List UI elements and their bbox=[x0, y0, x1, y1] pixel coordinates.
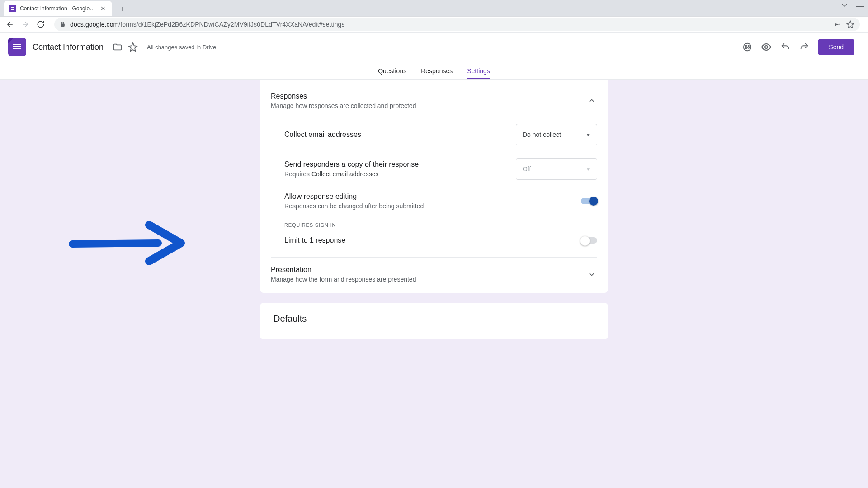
redo-button[interactable] bbox=[799, 42, 810, 52]
presentation-section-header[interactable]: Presentation Manage how the form and res… bbox=[271, 264, 597, 289]
tab-title-text: Contact Information - Google Forms bbox=[20, 5, 96, 12]
forms-app-logo-icon[interactable] bbox=[8, 38, 26, 56]
caret-down-icon: ▼ bbox=[586, 132, 590, 137]
collect-email-label: Collect email addresses bbox=[284, 131, 516, 139]
svg-point-2 bbox=[748, 45, 749, 46]
address-url: docs.google.com/forms/d/1EkjZePd2B6zKDPN… bbox=[70, 21, 829, 28]
svg-point-5 bbox=[765, 46, 768, 48]
window-minimize-button[interactable]: — bbox=[856, 5, 864, 7]
svg-point-4 bbox=[748, 47, 750, 48]
forms-favicon-icon bbox=[9, 5, 16, 12]
chrome-menu-icon[interactable] bbox=[841, 2, 848, 9]
svg-point-3 bbox=[745, 48, 746, 49]
save-status-text: All changes saved in Drive bbox=[147, 44, 216, 51]
new-tab-button[interactable]: ＋ bbox=[116, 2, 128, 15]
preview-button[interactable] bbox=[761, 42, 772, 52]
allow-editing-toggle[interactable] bbox=[581, 198, 597, 204]
send-copy-select: Off ▼ bbox=[516, 158, 597, 180]
defaults-section-title: Defaults bbox=[274, 314, 594, 324]
star-form-button[interactable] bbox=[125, 39, 141, 55]
caret-down-icon: ▼ bbox=[586, 167, 590, 172]
browser-tab[interactable]: Contact Information - Google Forms ✕ bbox=[4, 1, 112, 16]
send-copy-value: Off bbox=[523, 165, 586, 173]
collect-email-value: Do not collect bbox=[523, 131, 586, 138]
section-divider bbox=[271, 257, 597, 258]
requires-signin-header: REQUIRES SIGN IN bbox=[271, 216, 597, 230]
limit-one-response-toggle[interactable] bbox=[581, 237, 597, 244]
responses-section-title: Responses bbox=[271, 92, 586, 100]
allow-editing-desc: Responses can be changed after being sub… bbox=[284, 202, 581, 210]
nav-reload-button[interactable] bbox=[36, 20, 45, 29]
move-to-folder-button[interactable] bbox=[110, 39, 125, 55]
customize-theme-button[interactable] bbox=[742, 42, 753, 52]
nav-forward-button[interactable] bbox=[21, 20, 30, 29]
share-icon[interactable] bbox=[834, 20, 842, 28]
tab-settings[interactable]: Settings bbox=[467, 67, 490, 79]
responses-section-header[interactable]: Responses Manage how responses are colle… bbox=[271, 90, 597, 117]
presentation-section-subtitle: Manage how the form and responses are pr… bbox=[271, 276, 586, 283]
tab-close-icon[interactable]: ✕ bbox=[99, 4, 107, 13]
chevron-up-icon bbox=[586, 98, 597, 104]
responses-section-subtitle: Manage how responses are collected and p… bbox=[271, 102, 586, 109]
address-bar-input[interactable]: docs.google.com/forms/d/1EkjZePd2B6zKDPN… bbox=[54, 18, 860, 31]
send-copy-label: Send responders a copy of their response bbox=[284, 160, 516, 169]
undo-button[interactable] bbox=[780, 42, 791, 52]
limit-one-response-label: Limit to 1 response bbox=[284, 236, 581, 244]
presentation-section-title: Presentation bbox=[271, 266, 586, 274]
chevron-down-icon bbox=[586, 271, 597, 277]
svg-point-0 bbox=[744, 43, 751, 51]
send-button[interactable]: Send bbox=[818, 39, 854, 55]
send-copy-desc: Requires Collect email addresses bbox=[284, 170, 516, 178]
tab-questions[interactable]: Questions bbox=[378, 67, 406, 79]
svg-point-1 bbox=[745, 45, 746, 46]
lock-icon bbox=[60, 21, 66, 27]
allow-editing-label: Allow response editing bbox=[284, 192, 581, 201]
form-title[interactable]: Contact Information bbox=[33, 42, 104, 52]
bookmark-icon[interactable] bbox=[846, 20, 854, 28]
tab-responses[interactable]: Responses bbox=[421, 67, 453, 79]
nav-back-button[interactable] bbox=[5, 20, 14, 29]
collect-email-select[interactable]: Do not collect ▼ bbox=[516, 124, 597, 145]
